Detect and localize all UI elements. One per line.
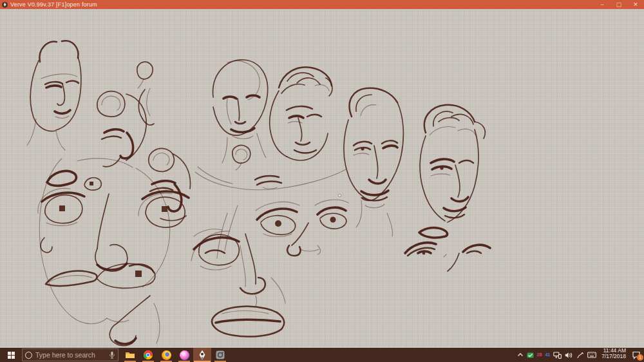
file-explorer-icon [125,350,135,360]
microphone-icon [109,351,115,359]
window-title: Verve V0.99v.37 [F1]open forum [10,0,97,9]
system-tray: 28 41 [515,348,600,362]
action-center-button[interactable]: 1 [629,348,644,362]
tray-temp-red-badge[interactable]: 28 [537,352,542,358]
cortana-icon [25,352,32,359]
verve-taskbar-icon [197,350,207,360]
window-titlebar[interactable]: Verve V0.99v.37 [F1]open forum – ▢ ✕ [0,0,644,9]
verve-app-icon [2,2,8,8]
taskbar-search[interactable] [22,348,118,361]
pink-orb-app-icon [180,350,189,360]
hidden-icons-chevron[interactable] [517,352,524,357]
tray-temp-blue-badge[interactable]: 41 [545,352,550,358]
taskbar-app-chrome[interactable] [139,348,157,362]
taskbar-apps [121,348,229,362]
firefox-icon [162,350,171,360]
taskbar-app-paint-orb[interactable] [175,348,193,362]
tray-green-utility-icon[interactable] [527,352,534,359]
brush-cursor [338,194,341,197]
minimize-button[interactable]: – [594,0,611,9]
desktop-screen: Verve V0.99v.37 [F1]open forum – ▢ ✕ [0,0,644,362]
taskbar-app-file-explorer[interactable] [121,348,139,362]
close-button[interactable]: ✕ [627,0,644,9]
windows-logo-icon [8,352,15,359]
pen-link-icon[interactable] [576,352,584,359]
taskbar-app-capture[interactable] [211,348,229,362]
maximize-button[interactable]: ▢ [611,0,627,9]
taskbar-app-firefox[interactable] [157,348,175,362]
network-icon[interactable] [553,352,562,359]
volume-icon[interactable] [565,352,573,359]
search-input[interactable] [35,351,109,359]
taskbar-app-verve-active[interactable] [193,348,211,362]
clock-date: 7/17/2018 [601,354,626,359]
touch-keyboard-icon[interactable] [587,352,596,358]
taskbar-clock[interactable]: 11:44 AM 7/17/2018 [599,348,629,362]
windows-taskbar: 28 41 11:44 AM 7/17/2018 1 [0,348,644,362]
drawing-canvas[interactable] [0,9,644,348]
chrome-icon [143,350,153,360]
capture-app-icon [215,350,225,360]
start-button[interactable] [0,348,22,362]
notification-badge: 1 [637,354,643,361]
